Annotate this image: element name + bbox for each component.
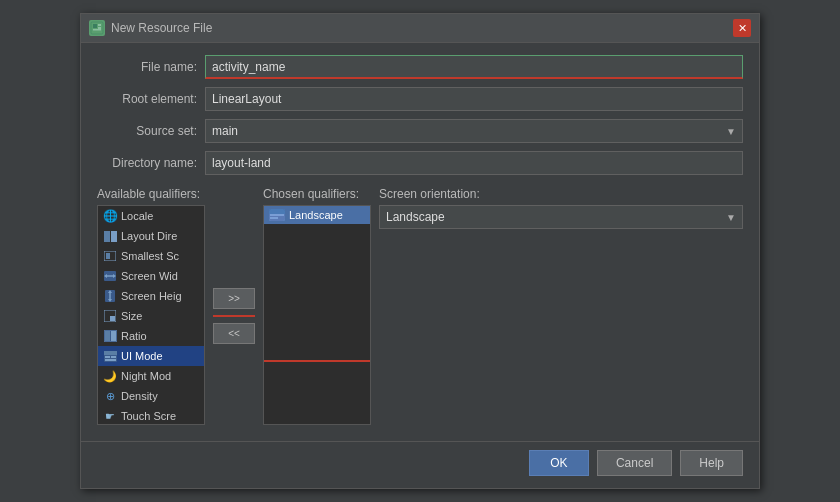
svg-rect-5 <box>104 231 110 242</box>
svg-rect-3 <box>98 27 101 29</box>
svg-rect-25 <box>111 356 116 358</box>
chosen-qualifiers-list: Landscape <box>263 205 371 425</box>
source-set-row: Source set: main ▼ <box>97 119 743 143</box>
file-name-input[interactable] <box>205 55 743 79</box>
qualifier-item-density[interactable]: ⊕ Density <box>98 386 204 406</box>
density-icon: ⊕ <box>103 389 117 403</box>
screen-height-icon <box>103 289 117 303</box>
ratio-red-line <box>264 360 370 362</box>
qualifier-item-night-mode[interactable]: 🌙 Night Mod <box>98 366 204 386</box>
svg-rect-20 <box>105 331 110 341</box>
qualifier-item-size[interactable]: Size <box>98 306 204 326</box>
screen-orientation-arrow-icon: ▼ <box>726 212 736 223</box>
screen-orientation-label: Screen orientation: <box>379 187 743 201</box>
svg-rect-38 <box>270 214 284 216</box>
source-set-label: Source set: <box>97 124 197 138</box>
size-icon <box>103 309 117 323</box>
qualifier-item-ratio[interactable]: Ratio <box>98 326 204 346</box>
arrows-divider <box>213 315 255 317</box>
help-button[interactable]: Help <box>680 450 743 476</box>
svg-rect-39 <box>270 217 278 219</box>
svg-rect-18 <box>110 316 115 321</box>
qualifier-item-screen-width[interactable]: Screen Wid <box>98 266 204 286</box>
root-element-label: Root element: <box>97 92 197 106</box>
svg-rect-24 <box>105 356 110 358</box>
available-qualifiers-panel: Available qualifiers: 🌐 Locale <box>97 187 205 425</box>
form-content: File name: Root element: Source set: mai… <box>81 43 759 437</box>
qualifiers-section: Available qualifiers: 🌐 Locale <box>97 187 743 425</box>
svg-rect-2 <box>98 24 101 26</box>
dialog-title: New Resource File <box>111 21 727 35</box>
remove-qualifier-button[interactable]: << <box>213 323 255 344</box>
source-set-arrow-icon: ▼ <box>726 126 736 137</box>
qualifier-item-screen-height[interactable]: Screen Heig <box>98 286 204 306</box>
bottom-buttons: OK Cancel Help <box>81 441 759 488</box>
dialog-icon <box>89 20 105 36</box>
ui-mode-icon <box>103 349 117 363</box>
screen-orientation-panel: Screen orientation: Landscape ▼ <box>379 187 743 425</box>
qualifier-item-touch-screen[interactable]: ☛ Touch Scre <box>98 406 204 425</box>
cancel-button[interactable]: Cancel <box>597 450 672 476</box>
new-resource-file-dialog: New Resource File ✕ File name: Root elem… <box>80 13 760 489</box>
landscape-chosen-icon <box>269 209 285 221</box>
svg-rect-23 <box>104 351 117 355</box>
source-set-select[interactable]: main ▼ <box>205 119 743 143</box>
locale-icon: 🌐 <box>103 209 117 223</box>
root-element-input[interactable] <box>205 87 743 111</box>
root-element-row: Root element: <box>97 87 743 111</box>
chosen-qualifiers-panel: Chosen qualifiers: Landscape <box>263 187 371 425</box>
touch-screen-icon: ☛ <box>103 409 117 423</box>
layout-dir-icon <box>103 229 117 243</box>
directory-name-row: Directory name: <box>97 151 743 175</box>
add-qualifier-button[interactable]: >> <box>213 288 255 309</box>
screen-width-icon <box>103 269 117 283</box>
chosen-qualifiers-label: Chosen qualifiers: <box>263 187 371 201</box>
close-button[interactable]: ✕ <box>733 19 751 37</box>
available-qualifiers-list: 🌐 Locale Layout Dire <box>97 205 205 425</box>
svg-rect-37 <box>269 209 285 213</box>
screen-orientation-select[interactable]: Landscape ▼ <box>379 205 743 229</box>
chosen-item-landscape[interactable]: Landscape <box>264 206 370 224</box>
svg-rect-8 <box>106 253 110 259</box>
available-qualifiers-label: Available qualifiers: <box>97 187 205 201</box>
qualifier-item-locale[interactable]: 🌐 Locale <box>98 206 204 226</box>
ok-button[interactable]: OK <box>529 450 589 476</box>
arrows-panel: >> << <box>213 187 255 425</box>
svg-rect-1 <box>93 24 97 28</box>
svg-rect-26 <box>105 359 116 361</box>
svg-rect-21 <box>111 331 116 341</box>
ratio-icon <box>103 329 117 343</box>
svg-rect-4 <box>93 29 101 31</box>
title-bar: New Resource File ✕ <box>81 14 759 43</box>
file-name-row: File name: <box>97 55 743 79</box>
file-name-label: File name: <box>97 60 197 74</box>
night-mode-icon: 🌙 <box>103 369 117 383</box>
directory-name-input[interactable] <box>205 151 743 175</box>
svg-rect-6 <box>111 231 117 242</box>
qualifier-item-smallest-sc[interactable]: Smallest Sc <box>98 246 204 266</box>
qualifier-item-ui-mode[interactable]: UI Mode <box>98 346 204 366</box>
qualifier-item-layout-dir[interactable]: Layout Dire <box>98 226 204 246</box>
directory-name-label: Directory name: <box>97 156 197 170</box>
smallest-sc-icon <box>103 249 117 263</box>
